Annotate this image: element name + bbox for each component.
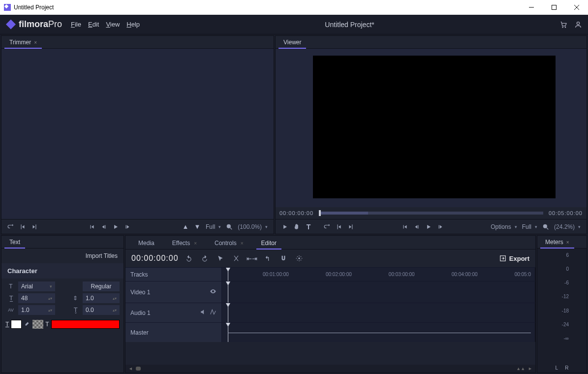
waveform-icon[interactable]: [210, 309, 217, 317]
timeline: Tracks 00:01:00:00 00:02:00:00 00:03:00:…: [125, 267, 535, 373]
editor-timecode[interactable]: 00:00:00:00: [131, 254, 179, 263]
tab-effects[interactable]: Effects×: [163, 237, 206, 249]
ruler-tick: 00:02:00:00: [326, 272, 352, 277]
tab-controls[interactable]: Controls×: [206, 237, 252, 249]
rate-tool-icon[interactable]: ↰: [262, 253, 273, 264]
redo-icon[interactable]: [199, 253, 210, 264]
step-fwd-icon[interactable]: [435, 221, 446, 232]
step-back-icon[interactable]: [411, 221, 422, 232]
tab-trimmer-label: Trimmer: [9, 39, 31, 46]
text-tool-icon[interactable]: T: [303, 221, 314, 232]
step-back-icon[interactable]: [98, 221, 109, 232]
viewer-zoom-dropdown[interactable]: (24.2%): [552, 223, 583, 230]
play-icon[interactable]: [279, 221, 290, 232]
viewer-scrubber[interactable]: [319, 212, 543, 215]
meter-tick: -24: [562, 322, 569, 327]
close-icon[interactable]: ×: [241, 241, 244, 246]
cart-icon[interactable]: [559, 21, 567, 29]
settings-icon[interactable]: [294, 253, 305, 264]
menu-file[interactable]: File: [71, 21, 81, 28]
close-icon[interactable]: ×: [194, 241, 197, 246]
play-icon[interactable]: [110, 221, 121, 232]
out-point-icon[interactable]: [29, 221, 40, 232]
timeline-ruler[interactable]: 00:01:00:00 00:02:00:00 00:03:00:00 00:0…: [222, 268, 535, 281]
eye-icon[interactable]: [210, 288, 217, 296]
timeline-scrollbar[interactable]: ◄ ▲▲ ►: [125, 365, 535, 373]
in-point-icon[interactable]: [334, 221, 344, 232]
tab-editor[interactable]: Editor: [252, 237, 285, 249]
select-tool-icon[interactable]: [215, 253, 226, 264]
step-fwd-icon[interactable]: [122, 221, 133, 232]
hand-icon[interactable]: [291, 221, 302, 232]
eyedropper-icon[interactable]: [24, 320, 31, 329]
ruler-tick: 00:03:00:00: [389, 272, 415, 277]
track-audio1-body[interactable]: [222, 303, 535, 322]
speaker-icon[interactable]: [200, 309, 207, 317]
tab-viewer-label: Viewer: [283, 39, 301, 46]
trimmer-canvas: [1, 49, 274, 219]
stroke-icon[interactable]: T: [45, 321, 49, 328]
slice-tool-icon[interactable]: [231, 253, 242, 264]
track-video1-body[interactable]: [222, 281, 535, 303]
tab-meters[interactable]: Meters×: [540, 237, 574, 248]
menu-edit[interactable]: Edit: [88, 21, 99, 28]
user-icon[interactable]: [574, 21, 582, 29]
insert-icon[interactable]: ▲: [180, 221, 191, 232]
tab-trimmer[interactable]: Trimmer×: [4, 37, 42, 48]
maximize-button[interactable]: [543, 0, 565, 15]
viewer-canvas[interactable]: [313, 56, 556, 198]
zoom-icon[interactable]: [540, 221, 551, 232]
size-icon: T̲: [5, 295, 16, 302]
font-family-dropdown[interactable]: Arial▾: [18, 281, 55, 291]
window-title: Untitled Project: [14, 4, 54, 11]
close-icon[interactable]: ×: [566, 240, 569, 245]
viewer-options-dropdown[interactable]: Options: [489, 223, 519, 230]
overwrite-icon[interactable]: ▼: [192, 221, 203, 232]
tab-text[interactable]: Text: [4, 237, 25, 248]
playhead[interactable]: [228, 268, 228, 281]
transparent-swatch[interactable]: [32, 320, 43, 329]
menu-help[interactable]: Help: [126, 21, 140, 28]
close-button[interactable]: [565, 0, 588, 15]
loop-icon[interactable]: [5, 221, 16, 232]
stroke-color-swatch[interactable]: [51, 320, 120, 329]
minimize-button[interactable]: [520, 0, 543, 15]
leading-input[interactable]: 1.0▴▾: [83, 293, 120, 303]
viewer-resolution-dropdown[interactable]: Full: [520, 223, 539, 230]
out-point-icon[interactable]: [345, 221, 356, 232]
track-master-body[interactable]: [222, 323, 535, 342]
close-icon[interactable]: ×: [34, 40, 37, 45]
undo-icon[interactable]: [184, 253, 194, 264]
underline-icon[interactable]: T: [5, 321, 9, 328]
baseline-input[interactable]: 0.0▴▾: [83, 305, 120, 315]
ruler-tick: 00:05:0: [515, 272, 531, 277]
track-video1-header[interactable]: Video 1: [125, 281, 222, 303]
fill-color-swatch[interactable]: [11, 320, 22, 329]
export-button[interactable]: Export: [499, 255, 529, 262]
svg-point-4: [562, 27, 563, 27]
track-audio1-header[interactable]: Audio 1: [125, 303, 222, 322]
zoom-icon[interactable]: [224, 221, 235, 232]
tracking-input[interactable]: 1.0▴▾: [18, 305, 55, 315]
trimmer-resolution-dropdown[interactable]: Full: [204, 223, 223, 230]
leading-icon: ⇕: [70, 295, 81, 302]
menu-view[interactable]: View: [106, 21, 120, 28]
tab-media[interactable]: Media: [129, 237, 163, 249]
font-size-input[interactable]: 48▴▾: [18, 293, 55, 303]
in-point-icon[interactable]: [17, 221, 28, 232]
meter-tick: -12: [562, 294, 569, 299]
meters-panel: Meters× 6 0 -6 -12 -18 -24 -∞ L R: [537, 235, 587, 373]
font-style-dropdown[interactable]: Regular: [83, 281, 120, 291]
tab-viewer[interactable]: Viewer: [279, 37, 306, 48]
logo-text-sub: Pro: [48, 19, 62, 29]
goto-start-icon[interactable]: [400, 221, 410, 232]
main-menu: File Edit View Help: [71, 21, 140, 28]
loop-icon[interactable]: [322, 221, 333, 232]
trimmer-zoom-dropdown[interactable]: (100.0%): [236, 223, 270, 230]
slip-tool-icon[interactable]: ⇤⇥: [247, 253, 257, 264]
snap-icon[interactable]: [278, 253, 289, 264]
play-icon[interactable]: [423, 221, 434, 232]
track-master-header[interactable]: Master: [125, 323, 222, 342]
prev-frame-icon[interactable]: [87, 221, 97, 232]
import-titles-button[interactable]: Import Titles: [86, 252, 118, 259]
